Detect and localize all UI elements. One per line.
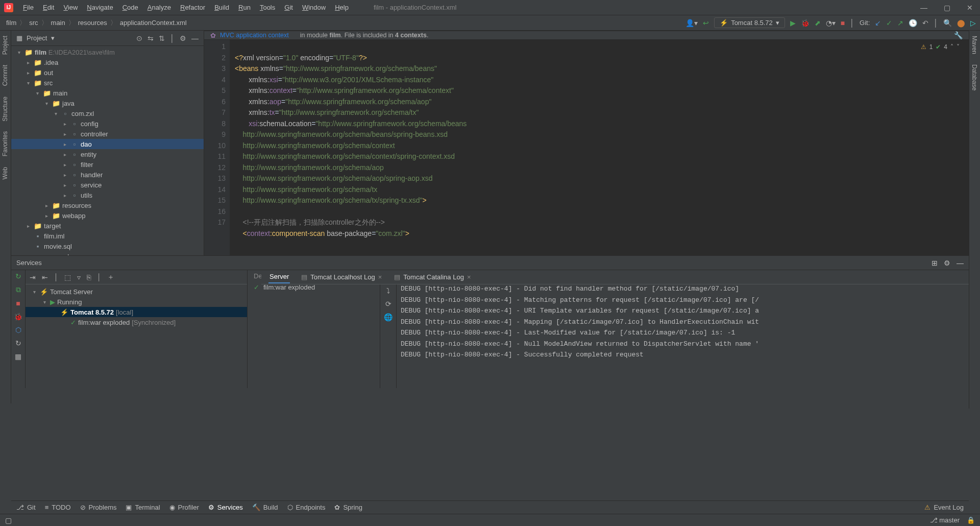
menu-edit[interactable]: Edit (38, 4, 59, 11)
up-icon[interactable]: ˄ (950, 42, 953, 53)
git-update-icon[interactable]: ↙ (875, 19, 881, 27)
menu-navigate[interactable]: Navigate (82, 4, 117, 11)
menu-run[interactable]: Run (234, 4, 255, 11)
debug-icon[interactable]: 🐞 (801, 19, 810, 27)
line-2[interactable]: 2 (204, 53, 226, 64)
left-tab-project[interactable]: Project (0, 31, 10, 60)
run-icon[interactable]: ▶ (790, 19, 796, 27)
crumb-3[interactable]: resources (76, 19, 109, 27)
line-3[interactable]: 3 (204, 63, 226, 75)
line-9[interactable]: 9 (204, 129, 226, 140)
tree-item-.idea[interactable]: ▸📁.idea (11, 57, 204, 67)
expand-all-icon[interactable]: ⇆ (148, 34, 154, 42)
tree-item-service[interactable]: ▸▫service (11, 180, 204, 190)
svc-item-Tomcat Server[interactable]: ▾⚡Tomcat Server (26, 286, 247, 297)
tree-item-controller[interactable]: ▸▫controller (11, 129, 204, 139)
left-tab-commit[interactable]: Commit (0, 60, 10, 91)
bottom-tab-services[interactable]: ⚙Services (208, 504, 243, 511)
line-6[interactable]: 6 (204, 97, 226, 108)
user-icon[interactable]: 👤▾ (685, 19, 698, 27)
wrench-icon[interactable]: 🔧 (954, 31, 963, 39)
bottom-tab-build[interactable]: 🔨Build (252, 504, 278, 511)
tree-item-entity[interactable]: ▸▫entity (11, 149, 204, 159)
tree-item-target[interactable]: ▸📁target (11, 221, 204, 231)
menu-git[interactable]: Git (280, 4, 298, 11)
code-indicators[interactable]: ⚠1 ✔4 ˄ ˅ (921, 42, 960, 53)
select-opened-icon[interactable]: ⊙ (136, 34, 142, 42)
gear-icon[interactable]: ⚙ (180, 34, 186, 42)
refresh-icon[interactable]: ⟳ (385, 300, 391, 308)
git-rollback-icon[interactable]: ↶ (922, 19, 928, 27)
line-14[interactable]: 14 (204, 184, 226, 196)
crumb-0[interactable]: film (4, 19, 18, 27)
profile-icon[interactable]: ◔▾ (826, 19, 836, 27)
tree-item-config[interactable]: ▸▫config (11, 118, 204, 129)
close-icon[interactable]: ✕ (964, 4, 976, 12)
menu-code[interactable]: Code (118, 4, 143, 11)
down-icon[interactable]: ˅ (957, 42, 960, 53)
stop-icon[interactable]: ■ (16, 299, 20, 307)
tree-item-src[interactable]: ▾📁src (11, 78, 204, 88)
bottom-tab-terminal[interactable]: ▣Terminal (126, 504, 160, 511)
line-8[interactable]: 8 (204, 118, 226, 130)
banner-link[interactable]: MVC application context (220, 32, 289, 39)
hide-icon[interactable]: — (191, 34, 199, 42)
lock-icon[interactable]: 🔒 (967, 516, 975, 524)
collapse-icon[interactable]: ⇤ (42, 273, 48, 281)
tree-item-java[interactable]: ▾📁java (11, 98, 204, 108)
hide-icon[interactable]: — (957, 259, 964, 267)
stop-icon[interactable]: ■ (841, 19, 845, 27)
tree-item-utils[interactable]: ▸▫utils (11, 190, 204, 200)
tree-item-filter[interactable]: ▸▫filter (11, 159, 204, 170)
tree-item-out[interactable]: ▸📁out (11, 67, 204, 78)
menu-help[interactable]: Help (330, 4, 353, 11)
back-icon[interactable]: ↩ (703, 19, 709, 27)
debug-icon[interactable]: 🐞 (14, 313, 22, 321)
line-11[interactable]: 11 (204, 151, 226, 162)
bottom-tab-profiler[interactable]: ◉Profiler (169, 504, 199, 511)
services-tree[interactable]: ▾⚡Tomcat Server▾▶Running⚡Tomcat 8.5.72 [… (26, 284, 247, 388)
menu-tools[interactable]: Tools (255, 4, 280, 11)
svc-tab-Server[interactable]: Server (268, 271, 290, 283)
pin-icon[interactable]: ⎘ (87, 273, 91, 281)
right-tab-maven[interactable]: Maven (969, 31, 979, 59)
line-13[interactable]: 13 (204, 173, 226, 184)
menu-analyze[interactable]: Analyze (143, 4, 176, 11)
line-16[interactable]: 16 (204, 206, 226, 218)
tree-item-resources[interactable]: ▸📁resources (11, 200, 204, 210)
bottom-tab-spring[interactable]: ✿Spring (334, 504, 362, 511)
browser-icon[interactable]: 🌐 (384, 313, 393, 321)
gear-icon[interactable]: ⚙ (944, 259, 950, 267)
crumb-1[interactable]: src (27, 19, 40, 27)
menu-file[interactable]: File (18, 4, 38, 11)
svc-item-film:war exploded[interactable]: ✓film:war exploded [Synchronized] (26, 317, 247, 327)
git-commit-icon[interactable]: ✓ (886, 19, 892, 27)
maximize-icon[interactable]: ▢ (941, 4, 953, 12)
tree-item-pom.xml[interactable]: ▪pom.xml (11, 251, 204, 255)
left-tab-favorites[interactable]: Favorites (0, 126, 10, 161)
tree-item-webapp[interactable]: ▸📁webapp (11, 210, 204, 221)
tree-item-movie.sql[interactable]: ▪movie.sql (11, 241, 204, 251)
left-tab-web[interactable]: Web (0, 162, 10, 184)
minimize-icon[interactable]: — (917, 4, 930, 12)
svc-tab-Tomcat Localhost Log[interactable]: ▤Tomcat Localhost Log× (300, 271, 383, 283)
run-icon[interactable]: ⧉ (16, 285, 21, 294)
expand-icon[interactable]: ⇥ (30, 273, 36, 281)
svc-item-Running[interactable]: ▾▶Running (26, 297, 247, 307)
bottom-tab-git[interactable]: ⎇Git (16, 504, 36, 511)
code-area[interactable]: 1234567891011121314151617 <?xml version=… (204, 40, 969, 261)
search-icon[interactable]: 🔍 (943, 19, 952, 27)
git-branch[interactable]: ⎇ master (930, 516, 960, 524)
line-17[interactable]: 17 (204, 217, 226, 228)
git-history-icon[interactable]: 🕓 (909, 19, 917, 27)
line-7[interactable]: 7 (204, 107, 226, 118)
menu-build[interactable]: Build (210, 4, 234, 11)
line-5[interactable]: 5 (204, 85, 226, 97)
filter-icon[interactable]: ▿ (77, 273, 81, 281)
git-push-icon[interactable]: ↗ (897, 19, 903, 27)
tree-item-handler[interactable]: ▸▫handler (11, 170, 204, 180)
right-tab-database[interactable]: Database (969, 59, 979, 95)
rerun-icon[interactable]: ↻ (15, 272, 21, 280)
group-icon[interactable]: ⬚ (64, 273, 71, 281)
deploy-icon[interactable]: ⬡ (15, 326, 21, 334)
